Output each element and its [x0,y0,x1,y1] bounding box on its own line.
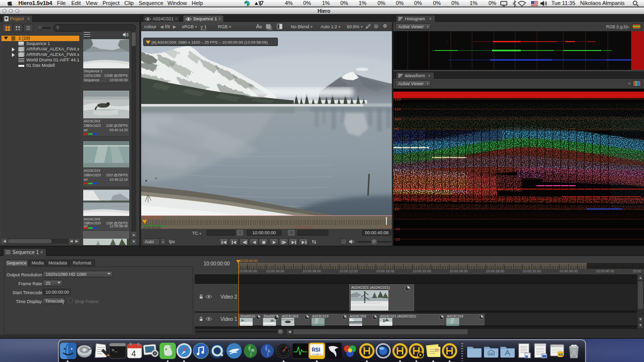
svg-text:100: 100 [394,117,401,121]
svg-text:RSI: RSI [559,353,563,356]
svg-text:90: 90 [394,127,399,131]
svg-text:10: 10 [394,207,399,211]
svg-text:110: 110 [394,107,401,111]
svg-text:>_: >_ [111,348,117,353]
svg-text:RSI: RSI [312,347,320,353]
svg-text:G U A R D: G U A R D [312,353,322,356]
svg-text:20: 20 [394,197,399,202]
svg-text:-10: -10 [394,227,400,231]
svg-text:L: L [268,349,271,353]
svg-text:R: R [252,349,255,353]
svg-text:30: 30 [394,187,399,192]
svg-text:4: 4 [131,349,136,358]
svg-text:120: 120 [394,97,401,102]
svg-text:-20: -20 [394,237,400,242]
